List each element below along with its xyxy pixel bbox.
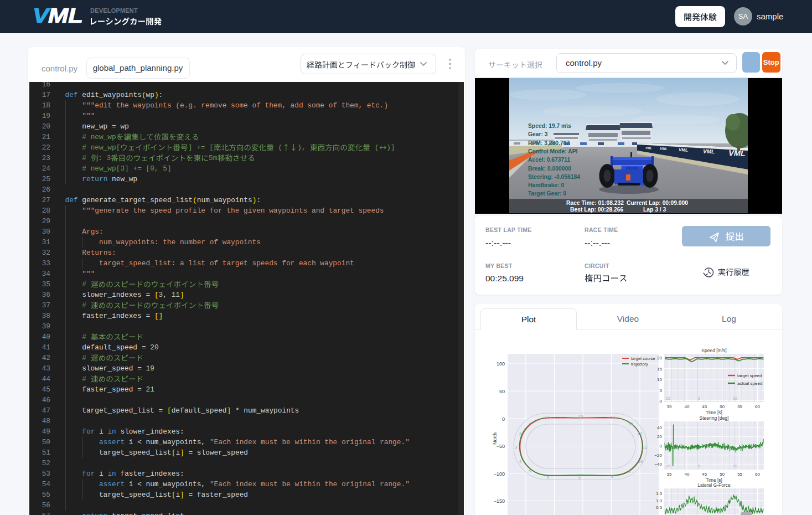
svg-text:−20: −20 bbox=[654, 453, 662, 458]
svg-text:10: 10 bbox=[657, 377, 662, 382]
svg-text:Time [s]: Time [s] bbox=[706, 410, 722, 415]
svg-text:Lateral G-Force: Lateral G-Force bbox=[697, 482, 731, 488]
svg-text:45: 45 bbox=[702, 404, 707, 409]
svg-text:Control Mode: API: Control Mode: API bbox=[528, 148, 578, 154]
svg-text:60: 60 bbox=[755, 404, 760, 409]
svg-text:7: 7 bbox=[578, 476, 581, 481]
svg-text:9: 9 bbox=[628, 469, 630, 474]
svg-text:Gear: 3: Gear: 3 bbox=[528, 131, 548, 137]
svg-text:North: North bbox=[492, 432, 498, 445]
svg-text:100: 100 bbox=[496, 361, 505, 367]
svg-text:4: 4 bbox=[519, 459, 521, 464]
svg-text:5: 5 bbox=[698, 396, 700, 400]
svg-text:target course: target course bbox=[631, 356, 655, 361]
svg-text:55: 55 bbox=[737, 472, 742, 477]
svg-text:VML: VML bbox=[728, 148, 746, 158]
svg-text:2: 2 bbox=[519, 431, 521, 436]
svg-text:50: 50 bbox=[499, 389, 505, 394]
svg-text:13: 13 bbox=[628, 421, 633, 426]
svg-text:1.0: 1.0 bbox=[656, 498, 663, 503]
svg-text:40: 40 bbox=[657, 425, 662, 430]
svg-text:5: 5 bbox=[529, 468, 531, 473]
svg-text:15: 15 bbox=[578, 414, 583, 419]
svg-text:15: 15 bbox=[666, 464, 670, 468]
svg-text:10: 10 bbox=[733, 396, 737, 400]
svg-text:−50: −50 bbox=[496, 444, 505, 449]
svg-text:Steering [deg]: Steering [deg] bbox=[700, 415, 729, 421]
svg-text:5: 5 bbox=[698, 464, 700, 468]
svg-text:10: 10 bbox=[638, 459, 643, 464]
svg-text:20: 20 bbox=[657, 356, 662, 360]
svg-text:VML: VML bbox=[703, 148, 715, 155]
svg-text:trajectory: trajectory bbox=[631, 362, 648, 367]
svg-text:40: 40 bbox=[684, 404, 689, 409]
svg-text:8: 8 bbox=[611, 474, 613, 479]
svg-text:10: 10 bbox=[733, 464, 737, 468]
svg-text:1.5: 1.5 bbox=[656, 491, 663, 496]
svg-text:−40: −40 bbox=[654, 462, 662, 467]
svg-text:Accel: 0.673711: Accel: 0.673711 bbox=[528, 157, 570, 163]
svg-text:60: 60 bbox=[755, 472, 760, 477]
svg-text:Current Lap: 00:09.000: Current Lap: 00:09.000 bbox=[627, 200, 688, 206]
svg-text:16: 16 bbox=[545, 415, 550, 420]
svg-text:Speed [m/s]: Speed [m/s] bbox=[701, 348, 726, 353]
svg-text:0: 0 bbox=[502, 416, 505, 422]
svg-text:Race Time: 01:08.232: Race Time: 01:08.232 bbox=[566, 200, 624, 206]
svg-text:15: 15 bbox=[666, 396, 670, 400]
svg-text:50: 50 bbox=[720, 472, 725, 477]
svg-text:45: 45 bbox=[702, 472, 707, 477]
svg-text:15: 15 bbox=[657, 367, 662, 372]
svg-text:Speed: 19.7 m\s: Speed: 19.7 m\s bbox=[528, 123, 571, 129]
svg-text:Lap 3 / 3: Lap 3 / 3 bbox=[643, 207, 666, 213]
svg-text:target speed: target speed bbox=[737, 373, 762, 378]
svg-text:VML: VML bbox=[645, 146, 652, 150]
svg-text:55: 55 bbox=[737, 404, 742, 409]
svg-text:20: 20 bbox=[657, 434, 662, 439]
svg-text:VML: VML bbox=[679, 147, 688, 153]
svg-text:11: 11 bbox=[643, 445, 647, 450]
svg-text:5: 5 bbox=[660, 388, 663, 393]
svg-text:Steering: -0.056184: Steering: -0.056184 bbox=[528, 174, 580, 180]
svg-text:Target Gear: 0: Target Gear: 0 bbox=[528, 190, 566, 197]
svg-text:Handbrake: 0: Handbrake: 0 bbox=[528, 182, 565, 188]
svg-text:12: 12 bbox=[638, 431, 642, 436]
svg-text:actual speed: actual speed bbox=[737, 381, 762, 386]
svg-text:3: 3 bbox=[515, 445, 517, 450]
svg-text:14: 14 bbox=[611, 415, 615, 420]
svg-text:50: 50 bbox=[720, 404, 725, 409]
svg-text:−100: −100 bbox=[494, 471, 505, 477]
svg-text:40: 40 bbox=[684, 472, 689, 477]
svg-text:Best Lap: 00:28.266: Best Lap: 00:28.266 bbox=[570, 207, 623, 213]
svg-text:0: 0 bbox=[660, 399, 663, 404]
svg-text:0: 0 bbox=[660, 444, 663, 449]
svg-text:1: 1 bbox=[529, 421, 531, 426]
svg-text:6: 6 bbox=[547, 475, 549, 480]
svg-text:35: 35 bbox=[666, 404, 671, 409]
svg-text:−150: −150 bbox=[494, 498, 505, 504]
svg-text:Break: 0.000000: Break: 0.000000 bbox=[528, 166, 571, 172]
svg-text:VML: VML bbox=[660, 147, 668, 151]
svg-text:35: 35 bbox=[666, 472, 671, 477]
svg-text:0.5: 0.5 bbox=[656, 505, 663, 510]
svg-text:RPM: 3,280.767: RPM: 3,280.767 bbox=[528, 140, 570, 146]
